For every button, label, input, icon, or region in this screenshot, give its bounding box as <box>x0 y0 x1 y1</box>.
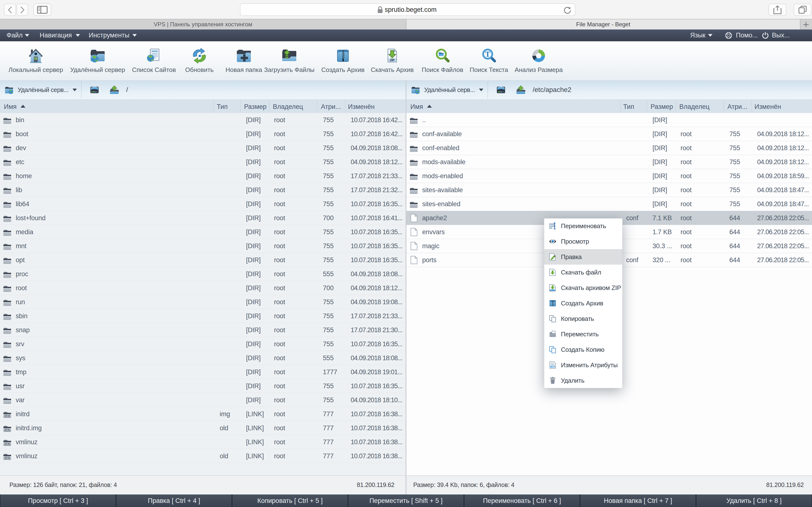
svg-text:755: 755 <box>551 365 554 368</box>
svg-text:ZIP: ZIP <box>390 58 395 62</box>
svg-text:T: T <box>485 50 490 58</box>
